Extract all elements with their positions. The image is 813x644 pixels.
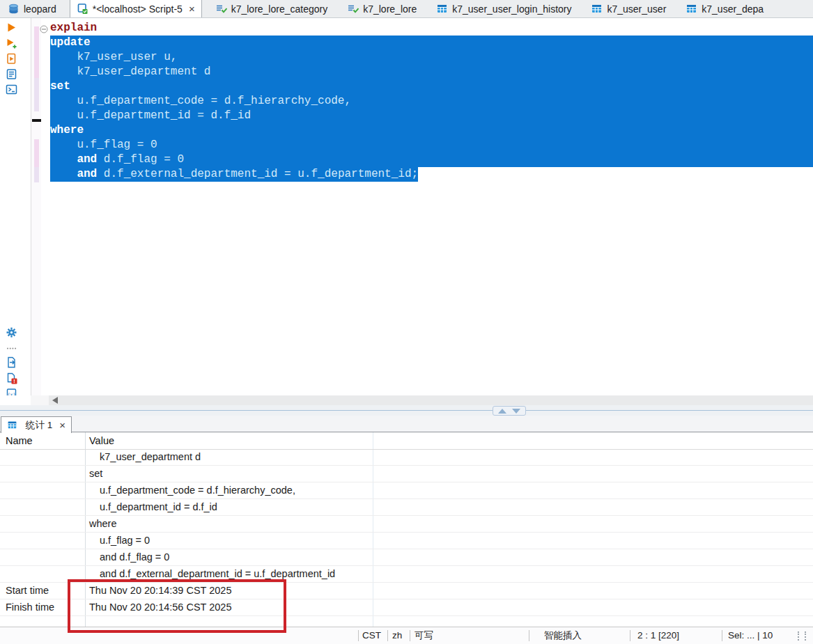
row-name-cell[interactable] <box>0 482 85 498</box>
editor-tab-bar: leopard*<localhost> Script-5×k7_lore_lor… <box>0 0 813 18</box>
code-line: u.f_department_code = d.f_hierarchy_code… <box>50 94 813 109</box>
table-row[interactable]: u.f_flag = 0 <box>0 533 813 549</box>
table-row[interactable]: u.f_department_code = d.f_hierarchy_code… <box>0 482 813 499</box>
table-icon <box>7 420 17 430</box>
table-row[interactable]: and d.f_flag = 0 <box>0 549 813 566</box>
execute-statement-button[interactable] <box>3 22 20 36</box>
change-marker <box>34 139 39 167</box>
table-row[interactable]: k7_user_department d <box>0 449 813 466</box>
change-marker <box>34 167 39 182</box>
splitter-collapse-control[interactable] <box>493 406 526 416</box>
status-insert-mode[interactable]: 智能插入 <box>544 627 582 644</box>
row-value-cell[interactable]: and d.f_flag = 0 <box>85 549 169 565</box>
code-token: u.f_department_id = d.f_id <box>50 109 251 122</box>
gear-icon <box>6 327 17 341</box>
tab-label: k7_lore_lore <box>363 3 417 15</box>
tab-k7-lore-lore-category[interactable]: k7_lore_lore_category <box>209 0 334 17</box>
row-name-cell[interactable] <box>0 533 85 549</box>
status-writable[interactable]: 可写 <box>415 627 433 644</box>
file-export-icon <box>6 356 17 371</box>
table-icon <box>591 3 603 15</box>
resize-grip[interactable] <box>798 631 806 641</box>
terminal-icon <box>6 84 17 98</box>
annotation-red-box <box>68 579 286 633</box>
code-line: k7_user_user u, <box>50 50 813 65</box>
status-selection[interactable]: Sel: ... | 10 <box>728 627 773 644</box>
tab-label: k7_lore_lore_category <box>231 3 328 15</box>
status-separator <box>358 630 359 641</box>
code-token <box>50 168 77 180</box>
row-value-cell[interactable]: u.f_department_id = d.f_id <box>85 499 217 515</box>
tab-k7-user-user-login-history[interactable]: k7_user_user_login_history <box>430 0 578 17</box>
status-language[interactable]: zh <box>392 627 402 644</box>
code-line: where <box>50 123 813 138</box>
code-token <box>50 153 77 166</box>
row-name-cell[interactable] <box>0 516 85 532</box>
table-row[interactable]: where <box>0 516 813 533</box>
scrollbar-track[interactable] <box>49 395 813 405</box>
doc-lines-icon <box>6 68 17 83</box>
fold-collapsed-marker[interactable] <box>32 119 41 122</box>
row-value-cell[interactable]: where <box>85 516 117 532</box>
tab-statistics[interactable]: 统计 1 × <box>1 416 72 433</box>
row-name-cell[interactable] <box>0 449 85 465</box>
status-timezone[interactable]: CST <box>362 627 381 644</box>
play-plus-icon <box>6 38 17 52</box>
code-line: u.f_department_id = d.f_id <box>50 109 813 123</box>
collapse-down-icon[interactable] <box>512 409 520 414</box>
execute-in-new-tab-button[interactable] <box>3 38 20 52</box>
tab-k7-user-depa[interactable]: k7_user_depa <box>679 0 770 17</box>
table-icon <box>436 3 448 15</box>
execute-script-button[interactable] <box>3 53 20 68</box>
close-icon[interactable]: × <box>189 3 195 14</box>
table-icon <box>686 3 697 15</box>
status-separator <box>630 630 630 641</box>
sql-console-button[interactable] <box>3 84 20 98</box>
scroll-left-arrow-icon[interactable] <box>52 397 58 404</box>
column-header-name[interactable]: Name <box>6 432 33 449</box>
scrollbar-corner <box>31 395 49 405</box>
sql-code[interactable]: explainupdate k7_user_user u, k7_user_de… <box>50 21 813 182</box>
code-token: k7_user_department d <box>50 65 210 78</box>
overflow-button[interactable] <box>3 343 20 357</box>
row-name-cell[interactable] <box>0 549 85 565</box>
tab-localhost-script-5[interactable]: *<localhost> Script-5× <box>70 0 202 17</box>
list-check-icon <box>215 3 227 15</box>
row-name-cell[interactable] <box>0 466 85 482</box>
code-token: k7_user_user u, <box>50 51 177 63</box>
row-value-cell[interactable]: set <box>85 466 102 482</box>
code-token: and <box>77 153 97 166</box>
column-header-value[interactable]: Value <box>89 432 114 449</box>
settings-button[interactable] <box>3 327 20 341</box>
fold-minus-icon[interactable] <box>40 24 48 36</box>
row-value-cell[interactable]: u.f_flag = 0 <box>85 533 150 549</box>
change-marker <box>34 78 39 111</box>
tab-k7-user-user[interactable]: k7_user_user <box>584 0 672 17</box>
collapse-up-icon[interactable] <box>498 409 506 414</box>
explain-plan-button[interactable] <box>3 68 20 83</box>
sql-editor[interactable]: explainupdate k7_user_user u, k7_user_de… <box>0 18 813 395</box>
table-row[interactable]: u.f_department_id = d.f_id <box>0 499 813 516</box>
tab-k7-lore-lore[interactable]: k7_lore_lore <box>341 0 423 17</box>
status-separator <box>722 630 722 641</box>
tab-label: k7_user_user <box>607 3 666 15</box>
code-token: u.f_department_code = d.f_hierarchy_code… <box>50 95 351 107</box>
row-name-cell[interactable] <box>0 499 85 515</box>
selection-highlight: and d.f_external_department_id = u.f_dep… <box>50 167 418 182</box>
panel-splitter[interactable] <box>0 405 813 416</box>
status-separator <box>529 630 529 641</box>
tab-label: leopard <box>24 3 56 15</box>
row-value-cell[interactable]: u.f_department_code = d.f_hierarchy_code… <box>85 482 295 498</box>
database-icon <box>8 3 20 15</box>
tab-leopard[interactable]: leopard <box>1 0 63 17</box>
row-value-cell[interactable]: k7_user_department d <box>85 449 201 465</box>
status-caret-position[interactable]: 2 : 1 [220] <box>637 627 679 644</box>
table-row[interactable]: set <box>0 466 813 482</box>
file-error-button[interactable]: ! <box>3 372 20 387</box>
dots-icon <box>6 343 17 357</box>
code-token: explain <box>50 22 97 34</box>
horizontal-scrollbar[interactable] <box>0 395 813 405</box>
export-file-button[interactable] <box>3 356 20 371</box>
close-icon[interactable]: × <box>59 420 65 430</box>
code-token: update <box>50 36 91 49</box>
